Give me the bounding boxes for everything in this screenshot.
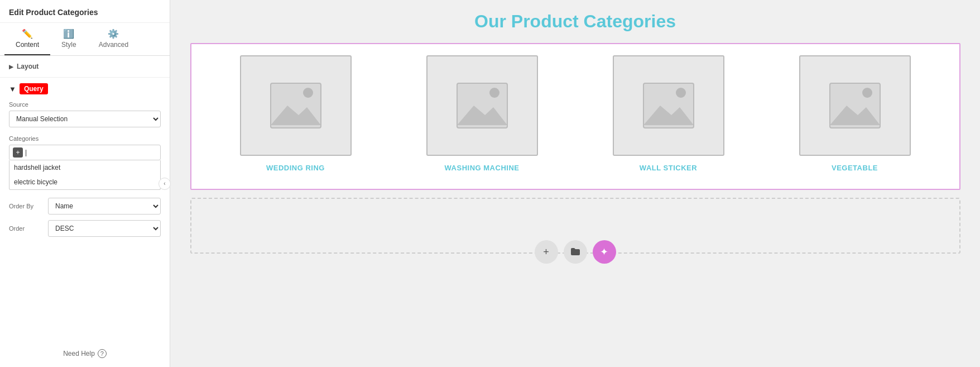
source-label: Source xyxy=(9,101,161,108)
page-title: Our Product Categories xyxy=(474,11,676,32)
product-image-3 xyxy=(799,55,911,156)
order-by-select[interactable]: Name xyxy=(48,198,161,215)
query-section: ▼ Query Source Manual Selection Categori… xyxy=(0,78,170,248)
product-grid: WEDDING RING WASHING MACHINE WALL STIC xyxy=(190,43,960,190)
product-image-0 xyxy=(240,55,352,156)
svg-point-1 xyxy=(303,88,313,98)
source-select[interactable]: Manual Selection xyxy=(9,111,161,127)
order-by-label: Order By xyxy=(9,203,48,209)
tab-content[interactable]: ✏️ Content xyxy=(4,23,50,55)
layout-section-header[interactable]: ▶ Layout xyxy=(9,63,161,70)
categories-label: Categories xyxy=(9,135,161,142)
category-search-input[interactable] xyxy=(25,149,157,156)
query-section-header[interactable]: ▼ Query xyxy=(9,83,161,94)
need-help-text: Need Help xyxy=(63,350,95,358)
product-name-1: WASHING MACHINE xyxy=(445,164,520,172)
category-item-hardshell[interactable]: hardshell jacket xyxy=(9,160,160,175)
panel-title: Edit Product Categories xyxy=(0,0,170,23)
source-field-group: Source Manual Selection xyxy=(9,101,161,127)
bottom-dashed-area: + ✦ xyxy=(190,198,960,254)
tabs-bar: ✏️ Content ℹ️ Style ⚙️ Advanced xyxy=(0,23,170,56)
order-select[interactable]: DESC xyxy=(48,220,161,237)
need-help-section: Need Help ? xyxy=(0,340,170,367)
query-badge: Query xyxy=(20,83,48,94)
svg-point-10 xyxy=(862,88,872,98)
order-by-field: Order By Name xyxy=(9,198,161,215)
folder-button[interactable] xyxy=(564,240,587,264)
categories-input-wrap: + xyxy=(9,145,161,160)
bottom-icon-group: + ✦ xyxy=(535,240,616,264)
product-card-1: WASHING MACHINE xyxy=(395,55,570,172)
tab-advanced[interactable]: ⚙️ Advanced xyxy=(88,23,140,55)
query-arrow-icon: ▼ xyxy=(9,85,16,93)
categories-dropdown: hardshell jacket electric bicycle xyxy=(9,160,161,190)
product-card-0: WEDDING RING xyxy=(208,55,383,172)
content-tab-icon: ✏️ xyxy=(22,28,33,39)
tab-style[interactable]: ℹ️ Style xyxy=(50,23,88,55)
advanced-tab-icon: ⚙️ xyxy=(108,28,119,39)
magic-button[interactable]: ✦ xyxy=(593,240,616,264)
product-card-2: WALL STICKER xyxy=(581,55,756,172)
tab-style-label: Style xyxy=(61,41,76,49)
order-field: Order DESC xyxy=(9,220,161,237)
product-card-3: VEGETABLE xyxy=(767,55,943,172)
product-name-3: VEGETABLE xyxy=(832,164,878,172)
layout-arrow-icon: ▶ xyxy=(9,64,13,70)
tab-content-label: Content xyxy=(16,41,39,49)
categories-field-group: Categories + hardshell jacket electric b… xyxy=(9,135,161,190)
style-tab-icon: ℹ️ xyxy=(63,28,74,39)
category-item-electric[interactable]: electric bicycle xyxy=(9,175,160,189)
add-widget-button[interactable]: + xyxy=(535,240,558,264)
tab-advanced-label: Advanced xyxy=(99,41,128,49)
collapse-panel-button[interactable]: ‹ xyxy=(158,178,171,190)
layout-section: ▶ Layout xyxy=(0,56,170,78)
layout-section-label: Layout xyxy=(17,63,39,70)
product-name-0: WEDDING RING xyxy=(266,164,325,172)
product-name-2: WALL STICKER xyxy=(640,164,697,172)
help-icon[interactable]: ? xyxy=(98,349,107,358)
left-panel: Edit Product Categories ✏️ Content ℹ️ St… xyxy=(0,0,170,367)
svg-point-4 xyxy=(489,88,499,98)
product-image-1 xyxy=(426,55,538,156)
order-label: Order xyxy=(9,225,48,232)
product-image-2 xyxy=(613,55,724,156)
svg-point-7 xyxy=(676,88,686,98)
add-category-button[interactable]: + xyxy=(13,147,23,158)
right-content: Our Product Categories WEDDING RING WAS xyxy=(170,0,980,367)
